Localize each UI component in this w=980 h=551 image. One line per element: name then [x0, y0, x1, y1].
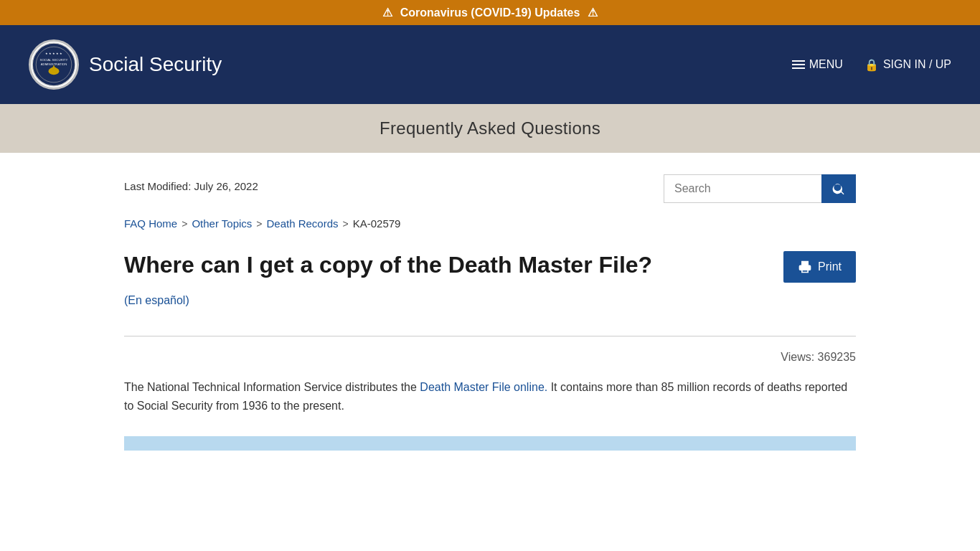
- site-header: SOCIAL SECURITY ADMINISTRATION ★ ★ ★ ★ ★…: [0, 25, 980, 104]
- breadcrumb-separator-2: >: [256, 218, 262, 230]
- article-header: Where can I get a copy of the Death Mast…: [124, 251, 856, 283]
- article: Where can I get a copy of the Death Mast…: [124, 251, 856, 415]
- spanish-link[interactable]: (En español): [124, 294, 189, 307]
- breadcrumb: FAQ Home > Other Topics > Death Records …: [124, 217, 856, 230]
- print-label: Print: [818, 260, 842, 273]
- alert-text: Coronavirus (COVID-19) Updates: [400, 6, 580, 19]
- warning-icon-right: ⚠: [588, 6, 598, 19]
- page-title-bar: Frequently Asked Questions: [0, 104, 980, 153]
- article-title: Where can I get a copy of the Death Mast…: [124, 251, 652, 278]
- search-input[interactable]: [664, 174, 821, 203]
- warning-icon-left: ⚠: [382, 6, 392, 19]
- lock-icon: 🔒: [864, 58, 879, 72]
- page-title: Frequently Asked Questions: [14, 118, 966, 138]
- main-content: Last Modified: July 26, 2022 FAQ Home > …: [95, 153, 885, 479]
- bottom-blue-bar: [124, 436, 856, 451]
- print-icon: [798, 260, 812, 274]
- article-body: The National Technical Information Servi…: [124, 378, 856, 415]
- alert-banner: ⚠ Coronavirus (COVID-19) Updates ⚠: [0, 0, 980, 25]
- print-button[interactable]: Print: [783, 251, 856, 283]
- ssa-seal-svg: SOCIAL SECURITY ADMINISTRATION ★ ★ ★ ★ ★: [32, 42, 76, 87]
- site-title: Social Security: [89, 53, 222, 76]
- site-logo: SOCIAL SECURITY ADMINISTRATION ★ ★ ★ ★ ★…: [29, 39, 222, 90]
- search-area: [664, 174, 856, 203]
- menu-label: MENU: [809, 58, 843, 71]
- svg-text:★ ★ ★ ★ ★: ★ ★ ★ ★ ★: [45, 52, 62, 55]
- breadcrumb-death-records[interactable]: Death Records: [267, 217, 339, 230]
- views-number: 369235: [818, 351, 856, 363]
- article-divider: [124, 336, 856, 336]
- top-row: Last Modified: July 26, 2022: [124, 174, 856, 203]
- breadcrumb-separator-1: >: [182, 218, 187, 230]
- svg-text:SOCIAL SECURITY: SOCIAL SECURITY: [40, 58, 68, 62]
- breadcrumb-separator-3: >: [343, 218, 349, 230]
- search-button[interactable]: [821, 174, 856, 203]
- header-nav: MENU 🔒 SIGN IN / UP: [792, 58, 951, 72]
- views-count: Views: 369235: [124, 351, 856, 364]
- body-text-1: The National Technical Information Servi…: [124, 381, 420, 393]
- signin-label: SIGN IN / UP: [883, 58, 951, 71]
- logo-seal: SOCIAL SECURITY ADMINISTRATION ★ ★ ★ ★ ★: [29, 39, 79, 90]
- menu-icon: [792, 60, 805, 69]
- breadcrumb-other-topics[interactable]: Other Topics: [192, 217, 252, 230]
- search-icon: [831, 182, 846, 196]
- signin-button[interactable]: 🔒 SIGN IN / UP: [864, 58, 951, 72]
- breadcrumb-faq-home[interactable]: FAQ Home: [124, 217, 177, 230]
- views-label: Views:: [781, 351, 814, 363]
- dmf-link[interactable]: Death Master File online.: [420, 381, 547, 393]
- last-modified: Last Modified: July 26, 2022: [124, 174, 258, 192]
- breadcrumb-current: KA-02579: [353, 217, 401, 230]
- menu-button[interactable]: MENU: [792, 58, 843, 71]
